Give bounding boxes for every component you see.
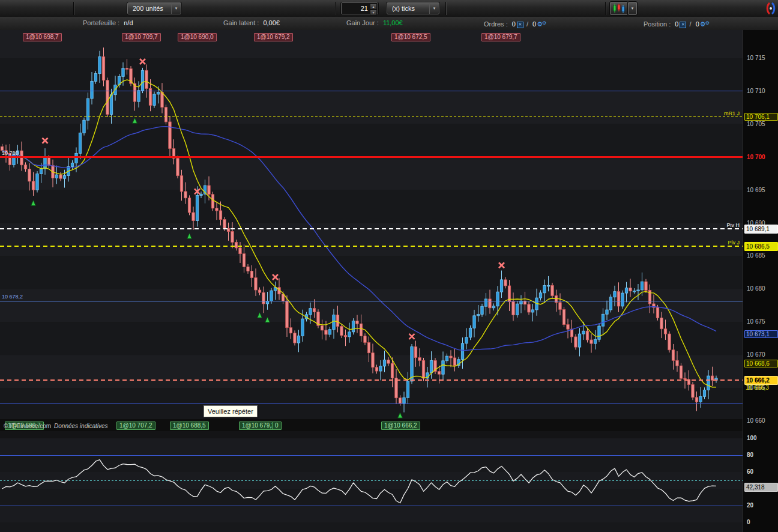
price-tick-label: 10 670 (747, 351, 765, 358)
orders-close-icon[interactable]: ✕ (517, 22, 523, 28)
svg-text:Piv J: Piv J (728, 240, 740, 246)
price-tick-label: 10 715 (747, 55, 765, 61)
indicator-tick-label: 20 (747, 502, 753, 509)
buy-order-label: 1@10 707,2 (116, 422, 155, 430)
ticks-type-label: (x) ticks (392, 5, 415, 12)
price-tick-label: 10 685 (747, 252, 765, 259)
ticks-count-input[interactable]: 21 ▲▼ (341, 2, 378, 14)
price-level-badge: 10 666,3 (744, 384, 777, 391)
price-level-badge: 10 686,5 (744, 242, 778, 251)
status-bar: Portefeuille : n/d Gain latent : 0,00€ G… (0, 17, 778, 31)
gain-latent-label: Gain latent : (223, 19, 259, 26)
sell-order-label: 1@10 698,7 (23, 33, 62, 41)
toolbar: 200 unités ▼ 21 ▲▼ (x) ticks ▼ ▼ (0, 0, 778, 17)
orders-label: Ordres : (484, 20, 508, 28)
svg-text:mR1 J: mR1 J (724, 110, 740, 116)
spinner-down-icon[interactable]: ▼ (370, 10, 377, 16)
unrealized-gain-status: Gain latent : 0,00€ (223, 17, 280, 29)
price-level-badge: 10 673,1 (744, 330, 778, 338)
candlestick-style-icon (611, 2, 627, 14)
position-count-a: 0 (675, 20, 678, 28)
portfolio-value: n/d (124, 19, 133, 26)
position-status: Position : 0✕ / 0⚙⚙ (644, 17, 710, 31)
indicator-tick-label: 60 (747, 468, 753, 475)
ticks-type-dropdown[interactable]: (x) ticks ▼ (387, 2, 439, 14)
toolbar-separator (445, 2, 447, 15)
buy-order-label: 1@10 666,2 (381, 422, 420, 430)
chart-style-button[interactable] (610, 2, 628, 15)
chevron-down-icon[interactable]: ▼ (171, 3, 181, 14)
price-level-badge: 10 668,6 (744, 360, 778, 367)
sell-order-label: 1@10 672,5 (391, 33, 430, 41)
price-axis[interactable]: 10 71510 71010 70510 70010 69510 69010 6… (743, 30, 778, 532)
position-count-b: 0 (696, 20, 699, 28)
spinner-up-icon[interactable]: ▲ (370, 4, 377, 10)
price-tick-label: 10 680 (747, 285, 765, 292)
trading-platform-window: 200 unités ▼ 21 ▲▼ (x) ticks ▼ ▼ (0, 0, 778, 532)
svg-text:Piv H: Piv H (726, 222, 740, 228)
position-label: Position : (644, 20, 671, 28)
price-tick-label: 10 710 (747, 88, 765, 94)
sell-order-label: 1@10 679,7 (481, 33, 520, 41)
orders-settings-icon-small[interactable]: ⚙ (542, 20, 546, 26)
indicator-tick-label: 100 (747, 435, 757, 441)
indicator-panel[interactable] (0, 431, 743, 532)
ticks-count-value: 21 (361, 5, 368, 12)
repeat-tooltip: Veuillez répéter (204, 405, 258, 417)
chart-style-dropdown[interactable]: ▼ (628, 2, 637, 15)
svg-text:10 678,2: 10 678,2 (2, 294, 23, 300)
orders-status: Ordres : 0✕ / 0⚙⚙ (484, 17, 546, 31)
copyright-text: © IT-Finance.com (4, 423, 51, 429)
sell-order-label: 1@10 709,7 (122, 33, 161, 41)
copyright-notice: © IT-Finance.comDonnées indicatives (4, 423, 108, 429)
portfolio-label: Portefeuille : (83, 19, 119, 26)
gain-day-value: 11,00€ (383, 19, 403, 26)
chevron-down-icon: ▼ (631, 7, 635, 10)
sell-order-label: 1@10 690,0 (178, 33, 217, 41)
price-chart-panel[interactable]: mR1 J10 700Piv HPiv J10 678,2 1@10 698,7… (0, 30, 743, 432)
orders-count-b: 0 (532, 20, 536, 28)
price-tick-label: 10 660 (747, 417, 765, 424)
toolbar-separator (605, 2, 606, 15)
sell-order-label: 1@10 679,2 (254, 33, 293, 41)
portfolio-status: Portefeuille : n/d (83, 17, 133, 29)
svg-text:10 700: 10 700 (2, 150, 19, 156)
price-level-badge: 10 689,1 (744, 225, 778, 234)
orders-count-a: 0 (512, 20, 516, 28)
toolbar-separator (73, 2, 74, 15)
position-slash: / (690, 20, 692, 28)
indicator-tick-label: 80 (747, 452, 753, 458)
units-dropdown-label: 200 unités (133, 5, 163, 12)
price-tick-label: 10 705 (747, 121, 765, 127)
gain-day-label: Gain Jour : (346, 19, 379, 26)
orders-slash: / (526, 20, 528, 28)
indicator-value-badge: 42,318 (744, 483, 778, 492)
buy-order-label: 1@10 688,5 (170, 422, 209, 430)
candlestick-chart[interactable]: mR1 J10 700Piv HPiv J10 678,2 (0, 30, 743, 431)
buy-order-label: 0 (272, 422, 282, 430)
app-logo-icon (766, 2, 776, 17)
units-dropdown[interactable]: 200 unités ▼ (127, 2, 181, 14)
gain-latent-value: 0,00€ (263, 19, 280, 26)
price-tick-label: 10 695 (747, 187, 765, 193)
price-tick-label: 10 700 (747, 154, 765, 160)
day-gain-status: Gain Jour : 11,00€ (346, 17, 403, 29)
indicative-data-text: Données indicatives (54, 423, 108, 429)
position-close-icon[interactable]: ✕ (680, 22, 686, 28)
price-tick-label: 10 675 (747, 318, 765, 325)
indicator-tick-label: 0 (747, 519, 750, 525)
ticks-count-spinner[interactable]: ▲▼ (370, 4, 377, 13)
price-level-badge: 10 706,1 (744, 113, 778, 121)
oscillator-chart[interactable] (0, 431, 743, 532)
chevron-down-icon[interactable]: ▼ (429, 3, 439, 14)
toolbar-separator (335, 2, 336, 15)
position-settings-icon-small[interactable]: ⚙ (705, 20, 710, 26)
